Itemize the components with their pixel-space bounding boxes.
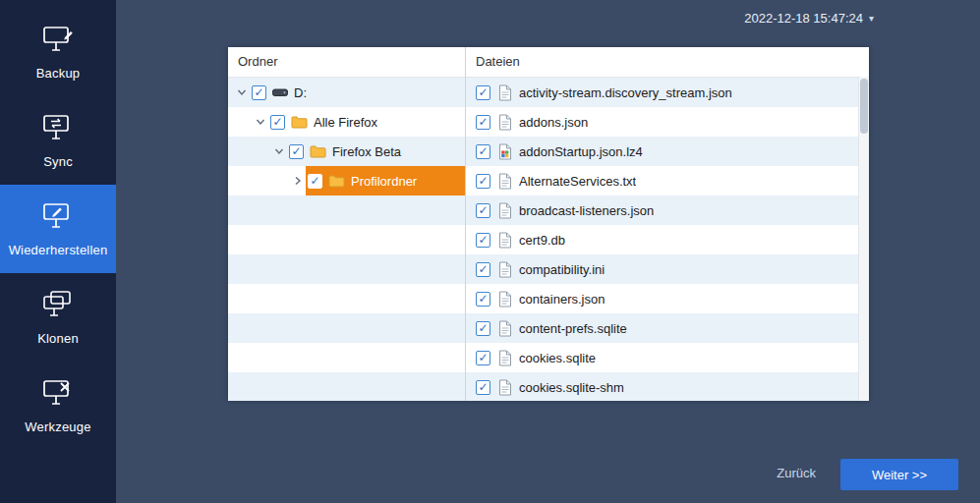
checkbox[interactable]: ✓ bbox=[476, 144, 490, 159]
tree-item-label: D: bbox=[294, 85, 307, 100]
tree-indent bbox=[228, 181, 290, 182]
file-row[interactable]: ✓cert9.db bbox=[466, 225, 869, 254]
folder-icon bbox=[328, 174, 345, 188]
tree-indent bbox=[228, 122, 253, 123]
file-row[interactable]: ✓AlternateServices.txt bbox=[466, 166, 869, 196]
file-text-icon bbox=[498, 114, 512, 131]
tree-row[interactable]: ✓Profilordner bbox=[228, 166, 465, 196]
file-name: cookies.sqlite-shm bbox=[519, 380, 624, 395]
sync-icon bbox=[41, 113, 75, 145]
file-name: AlternateServices.txt bbox=[519, 174, 636, 189]
file-text-icon bbox=[498, 84, 512, 101]
chevron-right-icon[interactable] bbox=[290, 176, 306, 186]
file-name: broadcast-listeners.json bbox=[519, 203, 654, 218]
file-row[interactable]: ✓activity-stream.discovery_stream.json bbox=[466, 78, 869, 107]
checkbox[interactable]: ✓ bbox=[476, 85, 490, 100]
chevron-down-icon[interactable] bbox=[271, 146, 287, 156]
checkbox[interactable]: ✓ bbox=[289, 144, 304, 159]
file-text-icon bbox=[498, 320, 512, 337]
checkbox[interactable]: ✓ bbox=[252, 85, 266, 100]
tree-row[interactable]: ✓D: bbox=[228, 78, 465, 107]
checkbox[interactable]: ✓ bbox=[476, 174, 490, 189]
sidebar-item-backup[interactable]: Backup bbox=[0, 8, 116, 96]
file-name: cookies.sqlite bbox=[519, 351, 596, 365]
timestamp-dropdown[interactable]: 2022-12-18 15:47:24 ▾ bbox=[744, 11, 874, 26]
files-column-header: Dateien bbox=[466, 47, 869, 78]
checkbox[interactable]: ✓ bbox=[476, 321, 490, 336]
main-area: 2022-12-18 15:47:24 ▾ Ordner ✓D:✓Alle Fi… bbox=[116, 0, 980, 503]
tree-empty-row bbox=[228, 284, 465, 313]
sidebar-item-label: Sync bbox=[43, 154, 73, 169]
tree-empty-row bbox=[228, 254, 465, 284]
file-image-icon bbox=[498, 143, 512, 160]
sidebar-item-sync[interactable]: Sync bbox=[0, 96, 116, 185]
file-text-icon bbox=[498, 379, 512, 396]
file-row[interactable]: ✓content-prefs.sqlite bbox=[466, 313, 869, 343]
backup-icon bbox=[41, 25, 75, 57]
folders-column-header: Ordner bbox=[228, 47, 465, 78]
file-text-icon bbox=[498, 261, 512, 278]
tree-row[interactable]: ✓Firefox Beta bbox=[228, 137, 465, 166]
file-name: cert9.db bbox=[519, 233, 565, 248]
folder-icon bbox=[291, 115, 308, 129]
chevron-down-icon[interactable] bbox=[234, 87, 250, 97]
files-column: Dateien ✓activity-stream.discovery_strea… bbox=[466, 47, 869, 401]
restore-icon bbox=[41, 201, 75, 234]
checkbox[interactable]: ✓ bbox=[476, 203, 490, 218]
file-text-icon bbox=[498, 232, 512, 249]
tree-selection[interactable]: ✓Profilordner bbox=[306, 166, 465, 196]
sidebar-item-werkzeuge[interactable]: Werkzeuge bbox=[0, 362, 116, 450]
tree-item-label: Firefox Beta bbox=[332, 144, 401, 159]
file-text-icon bbox=[498, 202, 512, 219]
file-row[interactable]: ✓addonStartup.json.lz4 bbox=[466, 137, 869, 166]
clone-icon bbox=[41, 290, 75, 322]
file-selection-panel: Ordner ✓D:✓Alle Firefox✓Firefox Beta✓Pro… bbox=[228, 47, 869, 401]
checkbox[interactable]: ✓ bbox=[270, 115, 285, 130]
file-row[interactable]: ✓cookies.sqlite bbox=[466, 343, 869, 372]
file-row[interactable]: ✓broadcast-listeners.json bbox=[466, 196, 869, 225]
back-button[interactable]: Zurück bbox=[777, 466, 816, 480]
tree-item-content[interactable]: ✓Firefox Beta bbox=[287, 137, 465, 166]
scrollbar-thumb[interactable] bbox=[860, 79, 868, 134]
chevron-down-icon[interactable] bbox=[253, 117, 268, 127]
tree-empty-row bbox=[228, 196, 465, 225]
sidebar-item-label: Werkzeuge bbox=[25, 419, 90, 434]
checkbox[interactable]: ✓ bbox=[308, 174, 322, 189]
tools-icon bbox=[41, 378, 75, 411]
checkbox[interactable]: ✓ bbox=[476, 292, 490, 307]
sidebar-item-klonen[interactable]: Klonen bbox=[0, 273, 116, 362]
file-name: addonStartup.json.lz4 bbox=[519, 144, 643, 159]
tree-empty-row bbox=[228, 343, 465, 372]
timestamp: 2022-12-18 15:47:24 bbox=[744, 11, 863, 26]
file-row[interactable]: ✓compatibility.ini bbox=[466, 254, 869, 284]
tree-empty-row bbox=[228, 225, 465, 254]
file-name: content-prefs.sqlite bbox=[519, 321, 627, 336]
folders-column: Ordner ✓D:✓Alle Firefox✓Firefox Beta✓Pro… bbox=[228, 47, 466, 401]
tree-item-content[interactable]: ✓D: bbox=[250, 78, 465, 107]
sidebar-item-label: Backup bbox=[36, 66, 81, 81]
tree-row[interactable]: ✓Alle Firefox bbox=[228, 107, 465, 137]
scrollbar-track[interactable] bbox=[858, 77, 869, 401]
sidebar: BackupSyncWiederherstellenKlonenWerkzeug… bbox=[0, 0, 116, 503]
checkbox[interactable]: ✓ bbox=[476, 262, 490, 277]
file-row[interactable]: ✓cookies.sqlite-shm bbox=[466, 372, 869, 401]
tree-item-label: Profilordner bbox=[351, 174, 417, 189]
sidebar-item-label: Wiederherstellen bbox=[9, 243, 108, 257]
folder-icon bbox=[310, 144, 326, 158]
file-list: ✓activity-stream.discovery_stream.json✓a… bbox=[466, 78, 869, 401]
file-row[interactable]: ✓addons.json bbox=[466, 107, 869, 137]
checkbox[interactable]: ✓ bbox=[476, 380, 490, 395]
file-row[interactable]: ✓containers.json bbox=[466, 284, 869, 313]
sidebar-item-label: Klonen bbox=[37, 331, 79, 346]
checkbox[interactable]: ✓ bbox=[476, 115, 490, 130]
checkbox[interactable]: ✓ bbox=[476, 233, 490, 248]
checkbox[interactable]: ✓ bbox=[476, 351, 490, 365]
file-text-icon bbox=[498, 350, 512, 366]
tree-empty-row bbox=[228, 372, 465, 401]
sidebar-item-wiederherstellen[interactable]: Wiederherstellen bbox=[0, 185, 116, 273]
tree-item-content[interactable]: ✓Alle Firefox bbox=[268, 107, 465, 137]
chevron-down-icon: ▾ bbox=[869, 13, 874, 24]
file-text-icon bbox=[498, 291, 512, 307]
tree-indent bbox=[228, 151, 271, 152]
next-button[interactable]: Weiter >> bbox=[840, 459, 958, 490]
